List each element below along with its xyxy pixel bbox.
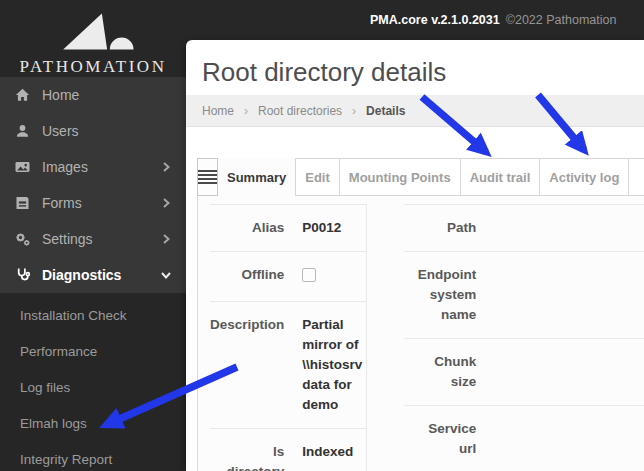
pathomation-logo-icon <box>51 9 136 53</box>
tab-summary[interactable]: Summary <box>218 158 295 196</box>
sidebar-menu: Home Users Images Forms <box>0 77 186 293</box>
field-label-path: Path <box>404 205 482 252</box>
content-panel: Root directory details Home › Root direc… <box>186 40 644 471</box>
tab-activity-log[interactable]: Activity log <box>539 158 629 196</box>
sidebar-item-images[interactable]: Images <box>0 149 186 185</box>
field-value-endpoint-system-name <box>482 252 644 339</box>
sidebar-item-label: Images <box>42 159 160 175</box>
breadcrumb-home[interactable]: Home <box>202 104 234 118</box>
breadcrumb-root-directories[interactable]: Root directories <box>258 104 342 118</box>
sidebar-item-diagnostics[interactable]: Diagnostics <box>0 257 186 293</box>
sidebar-item-label: Diagnostics <box>42 267 160 283</box>
tabs-menu-button[interactable] <box>197 158 218 196</box>
topbar: PMA.core v.2.1.0.2031©2022 Pathomation <box>370 13 616 27</box>
gears-icon <box>14 231 32 247</box>
field-label-alias: Alias <box>210 205 294 252</box>
sidebar-item-forms[interactable]: Forms <box>0 185 186 221</box>
sidebar-item-users[interactable]: Users <box>0 113 186 149</box>
sidebar-item-label: Users <box>42 123 172 139</box>
offline-checkbox[interactable] <box>302 268 316 282</box>
breadcrumb-separator: › <box>352 104 356 118</box>
chevron-down-icon <box>160 269 172 281</box>
submenu-item-installation-check[interactable]: Installation Check <box>0 297 186 333</box>
brand-name: PATHOMATION <box>0 57 186 77</box>
submenu-item-elmah-logs[interactable]: Elmah logs <box>0 405 186 441</box>
submenu-item-log-files[interactable]: Log files <box>0 369 186 405</box>
page-title: Root directory details <box>202 55 644 89</box>
hamburger-icon <box>198 170 217 184</box>
sidebar-item-settings[interactable]: Settings <box>0 221 186 257</box>
summary-table-left: Alias P0012 Offline Description Partial … <box>210 204 367 471</box>
chevron-right-icon <box>160 233 172 245</box>
tab-mounting-points[interactable]: Mounting Points <box>339 158 461 196</box>
app-version: PMA.core v.2.1.0.2031 <box>370 13 500 27</box>
field-label-service-url: Service url <box>404 406 482 471</box>
table-row: Description Partial mirror of \\histosrv… <box>210 302 367 429</box>
sidebar-item-home[interactable]: Home <box>0 77 186 113</box>
table-row: Path <box>404 205 644 252</box>
tab-bar: Summary Edit Mounting Points Audit trail… <box>186 158 644 196</box>
stethoscope-icon <box>14 267 32 283</box>
diagnostics-submenu: Installation Check Performance Log files… <box>0 293 186 471</box>
submenu-item-integrity-report[interactable]: Integrity Report <box>0 441 186 471</box>
table-row: Offline <box>210 252 367 302</box>
field-value-path <box>482 205 644 252</box>
sidebar-item-label: Settings <box>42 231 160 247</box>
tab-audit-trail[interactable]: Audit trail <box>460 158 541 196</box>
breadcrumb: Home › Root directories › Details <box>186 95 644 127</box>
table-row: Endpoint system name <box>404 252 644 339</box>
field-label-chunk-size: Chunk size <box>404 339 482 406</box>
sidebar-item-label: Home <box>42 87 172 103</box>
field-value-is-directory-indexed: Indexed <box>294 429 367 471</box>
copyright: ©2022 Pathomation <box>506 13 617 27</box>
table-row: Alias P0012 <box>210 205 367 252</box>
submenu-item-performance[interactable]: Performance <box>0 333 186 369</box>
sidebar-item-label: Forms <box>42 195 160 211</box>
field-value-alias: P0012 <box>294 205 367 252</box>
chevron-right-icon <box>160 161 172 173</box>
table-row: Is directory indexed Indexed <box>210 429 367 471</box>
table-row: Service url <box>404 406 644 471</box>
tab-partial[interactable] <box>628 158 644 196</box>
save-icon <box>14 195 32 211</box>
field-value-description: Partial mirror of \\histosrv data for de… <box>294 302 367 429</box>
table-row: Chunk size <box>404 339 644 406</box>
field-label-offline: Offline <box>210 252 294 302</box>
field-label-description: Description <box>210 302 294 429</box>
breadcrumb-separator: › <box>244 104 248 118</box>
field-value-chunk-size <box>482 339 644 406</box>
sidebar: PATHOMATION Home Users Images Forms <box>0 0 186 471</box>
field-value-service-url <box>482 406 644 471</box>
field-label-endpoint-system-name: Endpoint system name <box>404 252 482 339</box>
summary-table-right: Path Endpoint system name Chunk size Ser… <box>404 204 644 471</box>
brand-logo[interactable]: PATHOMATION <box>0 0 186 77</box>
summary-panel: Alias P0012 Offline Description Partial … <box>197 196 644 471</box>
user-icon <box>14 123 32 139</box>
tab-edit[interactable]: Edit <box>295 158 340 196</box>
field-label-is-directory-indexed: Is directory indexed <box>210 429 294 471</box>
chevron-right-icon <box>160 197 172 209</box>
image-icon <box>14 159 32 175</box>
breadcrumb-details: Details <box>366 104 405 118</box>
home-icon <box>14 87 32 103</box>
